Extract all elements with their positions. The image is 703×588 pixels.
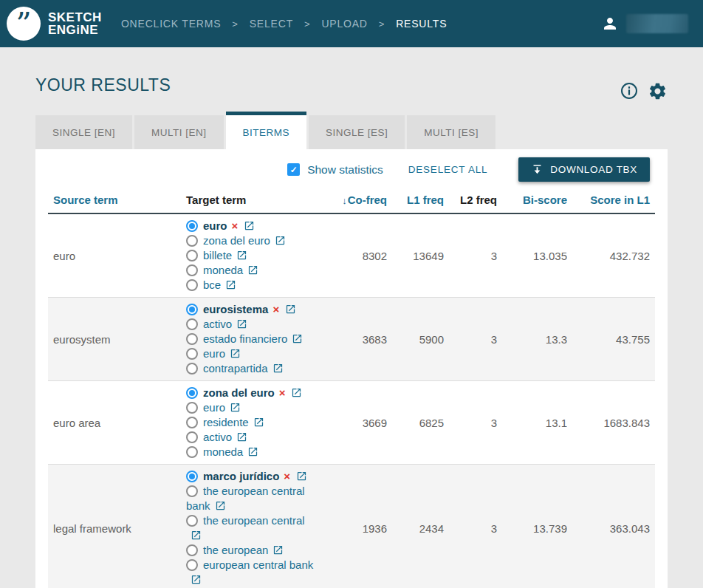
- score-in-l1-value: 1683.843: [567, 417, 650, 429]
- external-link-icon[interactable]: [236, 431, 247, 442]
- breadcrumb-item-select[interactable]: SELECT: [250, 18, 293, 30]
- target-term-label: marco jurídico: [203, 470, 279, 482]
- target-term-option[interactable]: euro: [186, 346, 316, 361]
- external-link-icon[interactable]: [291, 387, 302, 398]
- target-term-option[interactable]: the european: [186, 543, 316, 558]
- radio-icon[interactable]: [186, 363, 198, 375]
- remove-term-icon[interactable]: ×: [272, 303, 279, 315]
- radio-icon[interactable]: [186, 417, 198, 428]
- external-link-icon[interactable]: [230, 402, 241, 413]
- external-link-icon[interactable]: [253, 417, 264, 428]
- sketch-engine-logo[interactable]: ” SKETCH ENGiNE: [6, 6, 102, 41]
- radio-selected-icon[interactable]: [186, 471, 198, 482]
- radio-icon[interactable]: [186, 559, 198, 571]
- external-link-icon[interactable]: [244, 220, 255, 231]
- external-link-icon[interactable]: [272, 544, 284, 555]
- tab-multi-en[interactable]: MULTI [EN]: [134, 115, 224, 149]
- col-header-l1-freq[interactable]: L1 freq: [387, 194, 444, 206]
- col-header-co-freq[interactable]: ↓Co-freq: [326, 194, 387, 206]
- external-link-icon[interactable]: [247, 446, 258, 457]
- target-term-option[interactable]: the european central: [186, 513, 316, 543]
- radio-icon[interactable]: [186, 279, 198, 291]
- external-link-icon[interactable]: [236, 318, 247, 329]
- external-link-icon[interactable]: [230, 348, 241, 359]
- tab-single-es[interactable]: SINGLE [ES]: [309, 115, 405, 149]
- tab-multi-es[interactable]: MULTI [ES]: [407, 115, 495, 149]
- target-term-option[interactable]: zona del euro×: [186, 386, 316, 400]
- remove-term-icon[interactable]: ×: [279, 386, 286, 399]
- target-term-option[interactable]: moneda: [186, 445, 316, 459]
- external-link-icon[interactable]: [236, 250, 247, 261]
- radio-icon[interactable]: [186, 235, 198, 247]
- radio-icon[interactable]: [186, 515, 198, 527]
- remove-term-icon[interactable]: ×: [284, 470, 290, 482]
- radio-icon[interactable]: [186, 264, 198, 276]
- radio-icon[interactable]: [186, 544, 198, 556]
- target-term-option[interactable]: the european central bank: [186, 484, 316, 513]
- target-term-option[interactable]: marco jurídico×: [186, 469, 316, 484]
- bi-score-value: 13.739: [497, 522, 567, 535]
- breadcrumb-item-upload[interactable]: UPLOAD: [321, 18, 367, 30]
- deselect-all-button[interactable]: DESELECT ALL: [408, 164, 488, 175]
- radio-icon[interactable]: [186, 318, 198, 330]
- radio-icon[interactable]: [186, 348, 198, 360]
- tab-single-en[interactable]: SINGLE [EN]: [35, 115, 132, 149]
- table-header-row: Source term Target term ↓Co-freq L1 freq…: [48, 187, 655, 214]
- info-button[interactable]: [620, 82, 638, 100]
- l2-freq-value: 3: [444, 250, 497, 262]
- external-link-icon[interactable]: [285, 304, 296, 315]
- target-term-option[interactable]: billete: [186, 248, 316, 263]
- external-link-icon[interactable]: [296, 471, 307, 482]
- checkbox-checked-icon[interactable]: ✓: [287, 163, 300, 176]
- target-term-option[interactable]: euro×: [186, 219, 316, 233]
- col-header-bi-score[interactable]: Bi-score: [497, 194, 567, 206]
- radio-icon[interactable]: [186, 446, 198, 458]
- target-term-label: residente: [203, 416, 249, 428]
- radio-icon[interactable]: [186, 333, 198, 345]
- remove-term-icon[interactable]: ×: [232, 219, 239, 232]
- target-term-option[interactable]: moneda: [186, 263, 316, 278]
- download-tbx-button[interactable]: DOWNLOAD TBX: [518, 157, 650, 182]
- external-link-icon[interactable]: [225, 279, 236, 290]
- radio-selected-icon[interactable]: [186, 387, 198, 399]
- user-icon: [601, 15, 619, 33]
- radio-icon[interactable]: [186, 485, 198, 497]
- col-header-source-term[interactable]: Source term: [53, 194, 186, 206]
- external-link-icon[interactable]: [247, 264, 258, 276]
- target-term-option[interactable]: zona del euro: [186, 233, 316, 248]
- breadcrumb-item-oneclick-terms[interactable]: ONECLICK TERMS: [121, 18, 221, 30]
- radio-icon[interactable]: [186, 431, 198, 443]
- target-term-label: the european: [203, 544, 268, 556]
- radio-icon[interactable]: [186, 402, 198, 414]
- external-link-icon[interactable]: [272, 363, 284, 374]
- title-row: YOUR RESULTS: [35, 74, 668, 96]
- external-link-icon[interactable]: [215, 500, 226, 511]
- target-term-option[interactable]: activo: [186, 317, 316, 332]
- target-term-option[interactable]: contrapartida: [186, 361, 316, 376]
- target-term-option[interactable]: estado financiero: [186, 332, 316, 346]
- external-link-icon[interactable]: [292, 333, 303, 344]
- tab-biterms[interactable]: BITERMS: [226, 112, 307, 149]
- external-link-icon[interactable]: [275, 235, 286, 246]
- target-term-label: zona del euro: [203, 234, 270, 247]
- target-term-label: euro: [203, 347, 225, 360]
- target-term-option[interactable]: euro: [186, 400, 316, 415]
- target-term-label: the european central bank: [186, 485, 305, 512]
- user-account-area[interactable]: [601, 14, 688, 33]
- target-term-option[interactable]: bce: [186, 278, 316, 293]
- bi-score-value: 13.035: [497, 250, 567, 262]
- radio-icon[interactable]: [186, 250, 198, 261]
- target-term-option[interactable]: residente: [186, 415, 316, 430]
- radio-selected-icon[interactable]: [186, 304, 198, 315]
- l1-freq-value: 5900: [387, 333, 444, 346]
- external-link-icon[interactable]: [191, 574, 202, 585]
- external-link-icon[interactable]: [191, 530, 202, 541]
- col-header-score-in-l1[interactable]: Score in L1: [567, 194, 650, 206]
- settings-button[interactable]: [648, 81, 668, 101]
- breadcrumb-separator: >: [379, 18, 385, 30]
- radio-selected-icon[interactable]: [186, 220, 198, 232]
- target-term-option[interactable]: activo: [186, 430, 316, 445]
- target-term-option[interactable]: eurosistema×: [186, 302, 316, 317]
- show-statistics-toggle[interactable]: ✓ Show statistics: [287, 163, 383, 177]
- target-term-option[interactable]: european central bank: [186, 558, 316, 587]
